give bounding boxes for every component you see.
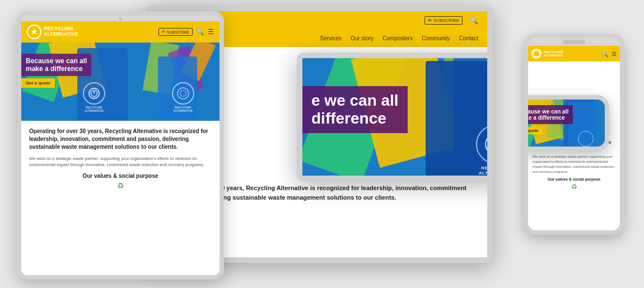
phone-hero-image: Because we can all make a difference Get… bbox=[528, 100, 605, 151]
desktop-bin-logo-center: RECYCLINGALTERNATIVE bbox=[476, 125, 487, 176]
phone-body-text: We work as a strategic waste partner, su… bbox=[533, 154, 615, 174]
tablet-hero: RECYCLINGALTERNATIVE RECYCLINGALTERNATIV… bbox=[21, 43, 220, 121]
hero-headline: Because we can all make a difference bbox=[21, 54, 91, 76]
phone-hero-headline: Because we can all make a difference bbox=[528, 105, 573, 124]
nav-our-story[interactable]: Our story bbox=[351, 35, 374, 41]
devices-container: RECYCLING ALTERNATIVE ✉ SUBSCRIBE 🔍 ☰ bbox=[0, 0, 644, 288]
phone-hero-overlay: Because we can all make a difference Get… bbox=[528, 105, 573, 134]
desktop-subscribe-button[interactable]: ✉ SUBSCRIBE bbox=[424, 16, 463, 25]
nav-community[interactable]: Community bbox=[422, 35, 450, 41]
phone-screen: RECYCLING ALTERNATIVE 🔍 ☰ bbox=[528, 46, 620, 230]
tablet-body-text: We work as a strategic waste partner, su… bbox=[29, 155, 212, 168]
desktop-search-icon[interactable]: 🔍 bbox=[469, 16, 478, 25]
logo-circle-icon bbox=[27, 25, 41, 39]
nav-services[interactable]: Services bbox=[320, 35, 342, 41]
tablet-content: Operating for over 30 years, Recycling A… bbox=[21, 121, 220, 197]
nav-composters[interactable]: Composters bbox=[382, 35, 413, 41]
subscribe-button[interactable]: ✉ SUBSCRIBE bbox=[158, 28, 193, 36]
phone-logo-circle bbox=[531, 49, 542, 59]
phone-logo: RECYCLING ALTERNATIVE bbox=[531, 49, 563, 59]
phone-header-right: 🔍 ☰ bbox=[601, 51, 617, 57]
phone-recycle-icon: ♻ bbox=[533, 183, 615, 191]
get-quote-button[interactable]: Get a quote bbox=[21, 78, 55, 88]
phone-search-icon[interactable]: 🔍 bbox=[601, 51, 608, 57]
phone-values-label: Our values & social purpose bbox=[533, 177, 615, 181]
phone-header: RECYCLING ALTERNATIVE 🔍 ☰ bbox=[528, 46, 620, 62]
hero-overlay: Because we can all make a difference Get… bbox=[21, 54, 91, 88]
phone-get-quote-button[interactable]: Get a quote bbox=[528, 127, 543, 134]
tablet-hero-image: RECYCLINGALTERNATIVE RECYCLINGALTERNATIV… bbox=[21, 43, 220, 121]
tablet-header: RECYCLING ALTERNATIVE ✉ SUBSCRIBE 🔍 ☰ bbox=[21, 21, 220, 43]
desktop-hero: RECYCLINGALTERNATIVE RECYCLINGALTERNATIV… bbox=[297, 53, 487, 181]
tablet-camera bbox=[21, 16, 220, 21]
tablet-screen: RECYCLING ALTERNATIVE ✉ SUBSCRIBE 🔍 ☰ bbox=[21, 21, 220, 275]
phone-hero: Because we can all make a difference Get… bbox=[528, 95, 609, 151]
tablet-header-right: ✉ SUBSCRIBE 🔍 ☰ bbox=[158, 28, 214, 36]
recycle-icon: ♻ bbox=[29, 181, 212, 190]
tablet-values-label: Our values & social purpose bbox=[29, 173, 212, 179]
tablet-logo: RECYCLING ALTERNATIVE bbox=[27, 25, 78, 39]
desktop-hero-image: RECYCLINGALTERNATIVE RECYCLINGALTERNATIV… bbox=[302, 58, 487, 181]
phone-notch bbox=[528, 38, 620, 46]
tablet-main-heading: Operating for over 30 years, Recycling A… bbox=[29, 128, 212, 151]
desktop-hero-headline: e we can all difference bbox=[302, 86, 408, 133]
phone-hamburger-icon[interactable]: ☰ bbox=[612, 51, 617, 57]
desktop-hero-overlay: e we can all difference bbox=[302, 86, 408, 133]
hamburger-icon[interactable]: ☰ bbox=[208, 28, 214, 36]
nav-contact[interactable]: Contact bbox=[459, 35, 478, 41]
phone-logo-text: RECYCLING ALTERNATIVE bbox=[544, 50, 563, 57]
search-icon[interactable]: 🔍 bbox=[196, 28, 204, 36]
tablet-logo-text: RECYCLING ALTERNATIVE bbox=[44, 26, 78, 37]
phone-bin-logo: RECYCLINGALT. bbox=[578, 131, 594, 151]
tablet-device: RECYCLING ALTERNATIVE ✉ SUBSCRIBE 🔍 ☰ bbox=[17, 11, 224, 280]
bin-logo-right: RECYCLINGALTERNATIVE bbox=[172, 82, 194, 112]
phone-device: RECYCLING ALTERNATIVE 🔍 ☰ bbox=[524, 34, 624, 235]
